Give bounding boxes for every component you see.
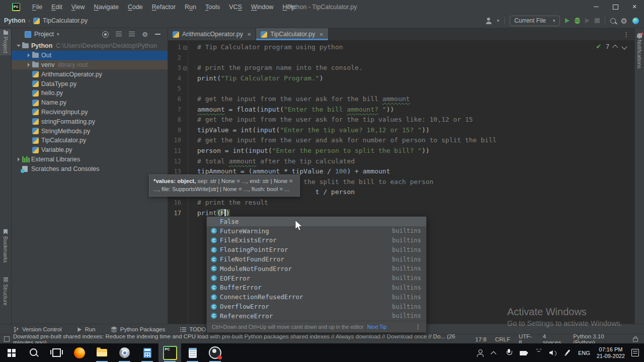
debug-button[interactable] — [575, 18, 580, 24]
stop-button[interactable] — [595, 18, 600, 23]
completion-item-futurewarning[interactable]: FutureWarningbuiltins — [207, 226, 426, 236]
chevron-right-icon[interactable] — [25, 53, 32, 57]
completion-item-floatingpointerror[interactable]: FloatingPointErrorbuiltins — [207, 245, 426, 254]
previous-problem-icon[interactable] — [612, 44, 618, 50]
completion-item-overflowerror[interactable]: OverflowErrorbuiltins — [207, 302, 426, 311]
completion-item-fileexistserror[interactable]: FileExistsErrorbuiltins — [207, 236, 426, 245]
battery-icon[interactable] — [520, 349, 528, 357]
project-panel-title[interactable]: Project — [34, 31, 54, 38]
tree-item-scratches-and-consoles[interactable]: Scratches and Consoles — [12, 164, 168, 173]
user-icon[interactable] — [486, 18, 492, 24]
options-gear-icon[interactable]: ⚙ — [142, 31, 148, 38]
inspections-widget[interactable]: ✔ 7 — [596, 43, 626, 50]
menu-code[interactable]: Code — [124, 2, 147, 13]
tool-window-todo[interactable]: TODO — [180, 326, 206, 332]
volume-icon[interactable] — [549, 349, 557, 357]
taskbar-firefox[interactable] — [68, 343, 91, 362]
taskbar-task-view[interactable] — [45, 343, 68, 362]
tree-item-name-py[interactable]: Name.py — [12, 98, 168, 108]
completion-item-eoferror[interactable]: EOFErrorbuiltins — [207, 274, 426, 283]
completion-item-false[interactable]: False — [207, 217, 426, 226]
menu-tools[interactable]: Tools — [201, 2, 224, 13]
taskbar-start[interactable] — [0, 343, 23, 362]
taskbar-search[interactable] — [23, 343, 45, 362]
tool-window-stripe-structure[interactable]: Structure — [0, 276, 11, 308]
menu-edit[interactable]: Edit — [47, 2, 66, 13]
tree-item-out[interactable]: Out — [12, 51, 168, 60]
chevron-right-icon[interactable] — [25, 63, 32, 67]
tree-item-recivinginput-py[interactable]: RecivingInput.py — [12, 108, 168, 117]
tree-item-datatype-py[interactable]: DataType.py — [12, 79, 168, 88]
taskbar-file-explorer[interactable] — [91, 343, 113, 362]
wifi-icon[interactable] — [534, 349, 542, 357]
lock-icon[interactable] — [633, 338, 638, 342]
more-icon[interactable]: ⋮ — [623, 31, 634, 38]
status-event-icon[interactable] — [4, 336, 10, 342]
tool-window-python-packages[interactable]: Python Packages — [111, 326, 166, 333]
clock[interactable]: 07:16 PM 21-09-2022 — [597, 346, 625, 359]
menu-file[interactable]: File — [28, 2, 46, 13]
language-indicator[interactable]: ENG — [578, 350, 590, 356]
maximize-button[interactable] — [606, 0, 625, 14]
menu-navigate[interactable]: Navigate — [90, 2, 123, 13]
status-17-8[interactable]: 17:8 — [475, 336, 487, 342]
menu-run[interactable]: Run — [181, 2, 200, 13]
minimize-button[interactable] — [587, 0, 606, 14]
close-tab-icon[interactable]: ✕ — [319, 32, 323, 37]
chevron-down-icon[interactable]: ▾ — [57, 32, 59, 37]
more-options-icon[interactable]: ⋮ — [415, 323, 421, 330]
taskbar-pycharm[interactable] — [158, 343, 181, 362]
tool-window-stripe-bookmarks[interactable]: Bookmarks — [0, 227, 11, 265]
completion-item-buffererror[interactable]: BufferErrorbuiltins — [207, 283, 426, 293]
tree-item-stringmethods-py[interactable]: StringMethods.py — [12, 126, 168, 136]
status-crlf[interactable]: CRLF — [495, 336, 510, 342]
tree-item-python[interactable]: PythonC:\Users\Developer\Desktop\Python — [12, 41, 168, 51]
chevron-down-icon[interactable] — [15, 45, 22, 47]
tool-window-stripe-project[interactable]: Project — [0, 29, 11, 55]
tool-window-version-control[interactable]: Version Control — [13, 326, 62, 333]
taskbar-calculator[interactable] — [136, 343, 158, 362]
tree-item-external-libraries[interactable]: External Libraries — [12, 155, 168, 164]
hide-panel-icon[interactable] — [155, 34, 160, 35]
completion-item-referenceerror[interactable]: ReferenceErrorbuiltins — [207, 311, 426, 321]
close-button[interactable] — [625, 0, 644, 14]
collapse-all-icon[interactable] — [129, 32, 135, 37]
microphone-icon[interactable] — [505, 349, 513, 357]
breadcrumb-root[interactable]: Python — [4, 17, 25, 24]
taskbar-obs[interactable] — [204, 343, 226, 362]
tree-item-tipcalculator-py[interactable]: TipCalculator.py — [12, 136, 168, 145]
action-center-icon[interactable] — [631, 349, 639, 356]
completion-item-connectionrefusederror[interactable]: ConnectionRefusedErrorbuiltins — [207, 292, 426, 302]
settings-gear-icon[interactable]: ⚙ — [621, 17, 627, 25]
taskbar-chrome[interactable] — [113, 343, 136, 362]
hidden-icons-icon[interactable] — [491, 349, 499, 357]
next-problem-icon[interactable] — [621, 44, 627, 49]
menu-window[interactable]: Window — [247, 2, 277, 13]
menu-help[interactable]: Help — [278, 2, 299, 13]
tab-arithmaticoperator-py[interactable]: ArithmaticOperator.py✕ — [168, 28, 256, 40]
locate-file-icon[interactable] — [102, 31, 109, 38]
tab-tipcalculator-py[interactable]: TipCalculator.py✕ — [256, 28, 329, 40]
people-icon[interactable] — [476, 349, 484, 357]
tree-item-variable-py[interactable]: Variable.py — [12, 145, 168, 155]
tool-window-run[interactable]: Run — [77, 326, 96, 332]
menu-view[interactable]: View — [67, 2, 89, 13]
menu-refactor[interactable]: Refactor — [148, 2, 180, 13]
run-button[interactable] — [565, 18, 570, 23]
fold-marker-icon[interactable] — [181, 63, 188, 73]
menu-vcs[interactable]: VCS — [225, 2, 246, 13]
expand-all-icon[interactable] — [116, 32, 122, 37]
next-tip-link[interactable]: Next Tip — [367, 324, 387, 330]
windows-ink-icon[interactable] — [564, 349, 572, 357]
completion-item-modulenotfounderror[interactable]: ModuleNotFoundErrorbuiltins — [207, 264, 426, 274]
run-with-coverage-button[interactable] — [585, 18, 590, 23]
breadcrumb-file[interactable]: TipCalculator.py — [43, 17, 88, 24]
completion-item-filenotfounderror[interactable]: FileNotFoundErrorbuiltins — [207, 254, 426, 264]
tree-item-hello-py[interactable]: hello.py — [12, 88, 168, 98]
search-everywhere-icon[interactable] — [610, 18, 616, 24]
tree-item-arithmaticoperator-py[interactable]: ArithmaticOperator.py — [12, 69, 168, 79]
tree-item-stringformatting-py[interactable]: stringFormatting.py — [12, 117, 168, 126]
chevron-right-icon[interactable] — [15, 157, 22, 161]
run-configuration-select[interactable]: Current File ▾ — [510, 16, 559, 26]
fold-marker-icon[interactable] — [181, 42, 188, 53]
